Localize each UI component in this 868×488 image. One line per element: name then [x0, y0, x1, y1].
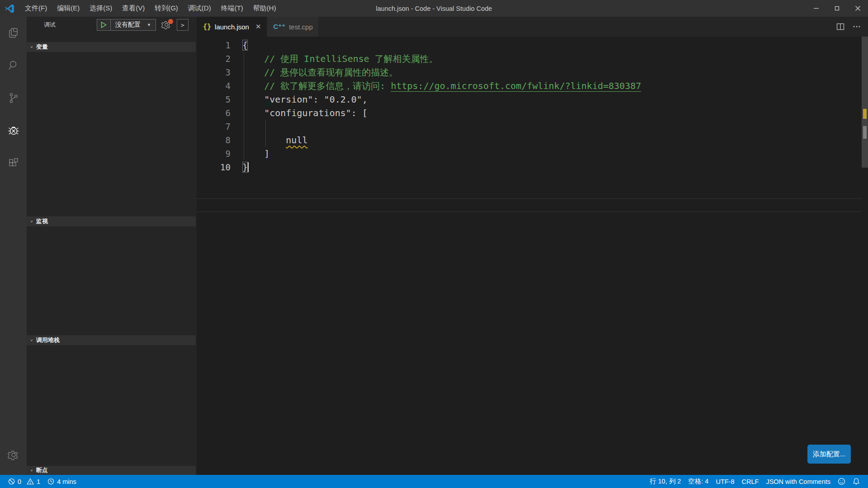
tab-test-cpp[interactable]: C⁺⁺ test.cpp	[267, 17, 318, 37]
search-icon[interactable]	[0, 49, 27, 82]
line-number: 3	[197, 66, 231, 79]
code-editor[interactable]: 添加配置... 1{2 // 使用 IntelliSense 了解相关属性。3 …	[197, 37, 868, 475]
vscode-logo-icon	[5, 4, 14, 14]
minimize-button[interactable]	[806, 0, 826, 17]
line-content: null	[242, 133, 308, 147]
line-content: {	[242, 38, 248, 52]
code-line-5[interactable]: 5 "version": "0.2.0",	[197, 93, 868, 106]
line-content: // 使用 IntelliSense 了解相关属性。	[242, 52, 438, 66]
code-line-4[interactable]: 4 // 欲了解更多信息，请访问: https://go.microsoft.c…	[197, 79, 868, 93]
debug-sidebar-header: 调试 没有配置 ▼	[27, 17, 197, 33]
bell-icon	[853, 478, 860, 485]
explorer-icon[interactable]	[0, 17, 27, 49]
breakpoints-pane-header[interactable]: ˅ 断点	[27, 466, 196, 475]
pane-label: 监视	[36, 217, 48, 225]
indentation-indicator[interactable]: 空格: 4	[684, 477, 712, 486]
session-timer[interactable]: 4 mins	[44, 475, 80, 488]
cpp-file-icon: C⁺⁺	[274, 23, 286, 31]
code-line-1[interactable]: 1{	[197, 38, 868, 52]
debug-config-dropdown[interactable]: 没有配置 ▼	[111, 21, 156, 29]
line-number: 7	[197, 120, 231, 133]
error-icon	[8, 478, 15, 485]
problems-indicator[interactable]: 0 1	[5, 475, 44, 488]
tab-bar: {} launch.json ✕ C⁺⁺ test.cpp	[197, 17, 868, 37]
line-content: "version": "0.2.0",	[242, 93, 368, 106]
encoding-indicator[interactable]: UTF-8	[712, 478, 738, 485]
more-actions-icon[interactable]	[853, 23, 861, 31]
main-area: 调试 没有配置 ▼	[0, 17, 868, 475]
settings-gear-icon[interactable]	[0, 439, 27, 471]
add-configuration-button[interactable]: 添加配置...	[807, 445, 851, 464]
current-line-highlight	[197, 198, 862, 212]
tab-launch-json[interactable]: {} launch.json ✕	[197, 17, 267, 37]
chevron-down-icon: ˅	[30, 45, 33, 49]
extensions-icon[interactable]	[0, 147, 27, 179]
chevron-down-icon: ˅	[30, 338, 33, 343]
line-content: // 悬停以查看现有属性的描述。	[242, 66, 398, 79]
code-line-3[interactable]: 3 // 悬停以查看现有属性的描述。	[197, 66, 868, 79]
editor-actions	[836, 17, 868, 37]
cursor-position[interactable]: 行 10, 列 2	[646, 477, 684, 486]
line-number: 9	[197, 147, 231, 160]
language-mode-indicator[interactable]: JSON with Comments	[762, 478, 834, 485]
status-bar: 0 1 4 mins 行 10, 列 2 空格: 4 UTF-8 CRLF JS…	[0, 475, 868, 488]
text-cursor	[248, 162, 249, 172]
activity-bar	[0, 17, 27, 475]
menu-help[interactable]: 帮助(H)	[248, 0, 281, 17]
maximize-button[interactable]	[826, 0, 847, 17]
debug-sidebar: 调试 没有配置 ▼	[27, 17, 197, 475]
debug-icon[interactable]	[0, 114, 27, 147]
code-line-9[interactable]: 9 ]	[197, 147, 868, 160]
tab-label: launch.json	[215, 23, 249, 31]
close-tab-icon[interactable]: ✕	[255, 23, 261, 31]
call-stack-pane-header[interactable]: ˅ 调用堆栈	[27, 335, 196, 345]
line-content: ]	[242, 147, 269, 160]
line-content: }	[242, 160, 249, 174]
line-number: 4	[197, 79, 231, 93]
line-number: 10	[197, 160, 231, 174]
eol-indicator[interactable]: CRLF	[738, 478, 763, 485]
open-debug-console-button[interactable]: >	[177, 19, 189, 31]
code-line-6[interactable]: 6 "configurations": [	[197, 106, 868, 120]
configure-gear-button[interactable]	[161, 20, 171, 30]
language-mode-value: JSON with Comments	[766, 478, 830, 485]
debug-toolbar: 没有配置 ▼ >	[97, 19, 189, 31]
code-line-10[interactable]: 10}	[197, 160, 868, 174]
menu-terminal[interactable]: 终端(T)	[216, 0, 248, 17]
start-debug-button[interactable]	[97, 19, 111, 30]
chevron-down-icon: ▼	[147, 23, 151, 27]
cursor-position-value: 行 10, 列 2	[650, 477, 681, 486]
code-line-7[interactable]: 7	[197, 120, 868, 133]
line-number: 1	[197, 38, 231, 52]
split-editor-icon[interactable]	[836, 23, 844, 31]
menu-go[interactable]: 转到(G)	[150, 0, 183, 17]
chevron-down-icon: ˅	[30, 469, 33, 473]
menu-debug[interactable]: 调试(D)	[183, 0, 216, 17]
timer-value: 4 mins	[57, 478, 76, 485]
debug-view-title: 调试	[44, 21, 56, 29]
menu-selection[interactable]: 选择(S)	[85, 0, 117, 17]
error-count: 0	[18, 478, 21, 485]
source-control-icon[interactable]	[0, 82, 27, 114]
close-button[interactable]	[847, 0, 868, 17]
code-line-8[interactable]: 8 null	[197, 133, 868, 147]
pane-label: 调用堆栈	[36, 336, 60, 344]
smiley-icon	[838, 478, 845, 485]
notifications-button[interactable]	[849, 478, 863, 485]
code-line-2[interactable]: 2 // 使用 IntelliSense 了解相关属性。	[197, 52, 868, 66]
pane-label: 变量	[36, 43, 48, 51]
menu-view[interactable]: 查看(V)	[117, 0, 150, 17]
feedback-smiley-button[interactable]	[834, 478, 849, 485]
title-bar: 文件(F) 编辑(E) 选择(S) 查看(V) 转到(G) 调试(D) 终端(T…	[0, 0, 868, 17]
watch-pane-header[interactable]: ˅ 监视	[27, 216, 196, 226]
line-content: "configurations": [	[242, 106, 368, 120]
menu-edit[interactable]: 编辑(E)	[52, 0, 85, 17]
menu-file[interactable]: 文件(F)	[20, 0, 52, 17]
debug-config-label: 没有配置	[115, 21, 141, 29]
line-number: 6	[197, 106, 231, 120]
line-content: // 欲了解更多信息，请访问: https://go.microsoft.com…	[242, 79, 641, 93]
warning-icon	[27, 478, 34, 485]
variables-pane-header[interactable]: ˅ 变量	[27, 42, 196, 52]
editor-group: {} launch.json ✕ C⁺⁺ test.cpp	[197, 17, 868, 475]
status-bar-right: 行 10, 列 2 空格: 4 UTF-8 CRLF JSON with Com…	[646, 477, 863, 486]
